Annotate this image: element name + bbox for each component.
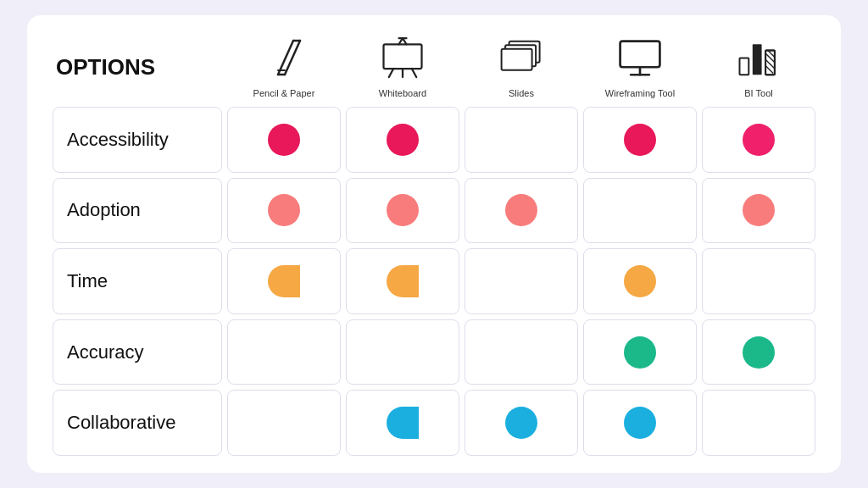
options-label: OPTIONS: [53, 32, 222, 102]
dot-accuracy-wireframe: [624, 336, 656, 369]
slides-icon: [496, 32, 547, 83]
cell-accuracy-pencil: [227, 319, 341, 385]
cell-time-wireframe: [583, 248, 697, 314]
cell-time-slides: [465, 248, 578, 314]
cell-collaborative-slides: [465, 390, 578, 456]
svg-rect-19: [753, 44, 762, 75]
dot-accessibility-pencil: [268, 124, 300, 156]
row-label-accessibility: Accessibility: [53, 107, 222, 173]
cell-accuracy-slides: [465, 319, 578, 385]
cell-time-pencil: [227, 248, 341, 314]
col-header-pencil: Pencil & Paper: [227, 32, 341, 102]
col-header-wireframe: Wireframing Tool: [583, 32, 697, 102]
cell-adoption-wireframe: [583, 178, 697, 244]
cell-collaborative-wireframe: [583, 390, 697, 456]
col-header-bi: BI Tool: [702, 32, 815, 102]
col-header-whiteboard: Whiteboard: [346, 32, 459, 102]
half-dot-time-whiteboard: [387, 265, 419, 297]
cell-time-bi: [702, 248, 815, 314]
col-label-slides: Slides: [509, 88, 534, 98]
svg-rect-18: [740, 58, 749, 75]
dot-collaborative-wireframe: [624, 407, 656, 439]
svg-rect-15: [620, 42, 660, 68]
cell-accuracy-wireframe: [583, 319, 697, 385]
row-label-collaborative: Collaborative: [53, 390, 222, 456]
cell-accessibility-bi: [702, 107, 815, 173]
cell-collaborative-bi: [702, 390, 815, 456]
dot-adoption-whiteboard: [387, 194, 419, 226]
dot-adoption-bi: [743, 194, 775, 226]
dot-adoption-slides: [505, 194, 537, 226]
cell-collaborative-pencil: [227, 390, 341, 456]
cell-accessibility-slides: [465, 107, 578, 173]
cell-accuracy-bi: [702, 319, 815, 385]
svg-line-10: [412, 69, 416, 77]
bi-tool-icon: [733, 32, 784, 83]
half-dot-collaborative-whiteboard: [387, 407, 419, 439]
cell-adoption-bi: [702, 178, 815, 244]
dot-collaborative-slides: [505, 407, 537, 439]
svg-rect-14: [502, 49, 532, 70]
col-label-whiteboard: Whiteboard: [379, 88, 426, 98]
col-header-slides: Slides: [465, 32, 578, 102]
row-label-accuracy: Accuracy: [53, 319, 222, 385]
col-label-pencil: Pencil & Paper: [253, 88, 315, 98]
col-label-wireframe: Wireframing Tool: [605, 88, 675, 98]
cell-time-whiteboard: [346, 248, 459, 314]
col-label-bi: BI Tool: [744, 88, 772, 98]
dot-accessibility-wireframe: [624, 124, 656, 156]
svg-line-1: [285, 41, 300, 75]
cell-accuracy-whiteboard: [346, 319, 459, 385]
cell-accessibility-pencil: [227, 107, 341, 173]
svg-line-9: [389, 69, 393, 77]
cell-accessibility-wireframe: [583, 107, 697, 173]
cell-accessibility-whiteboard: [346, 107, 459, 173]
dot-accessibility-bi: [743, 124, 775, 156]
cell-adoption-slides: [465, 178, 578, 244]
dot-accuracy-bi: [743, 336, 775, 369]
dot-accessibility-whiteboard: [387, 124, 419, 156]
row-label-time: Time: [53, 248, 222, 314]
pencil-paper-icon: [259, 32, 309, 83]
comparison-grid: OPTIONS Pencil & Paper: [53, 32, 815, 456]
svg-rect-5: [384, 44, 422, 69]
half-dot-time-pencil: [268, 265, 300, 297]
dot-time-wireframe: [624, 265, 656, 297]
wireframing-tool-icon: [615, 32, 665, 83]
cell-adoption-pencil: [227, 178, 341, 244]
cell-collaborative-whiteboard: [346, 390, 459, 456]
row-label-adoption: Adoption: [53, 178, 222, 244]
dot-adoption-pencil: [268, 194, 300, 226]
whiteboard-icon: [377, 32, 428, 83]
main-container: OPTIONS Pencil & Paper: [27, 15, 841, 473]
cell-adoption-whiteboard: [346, 178, 459, 244]
